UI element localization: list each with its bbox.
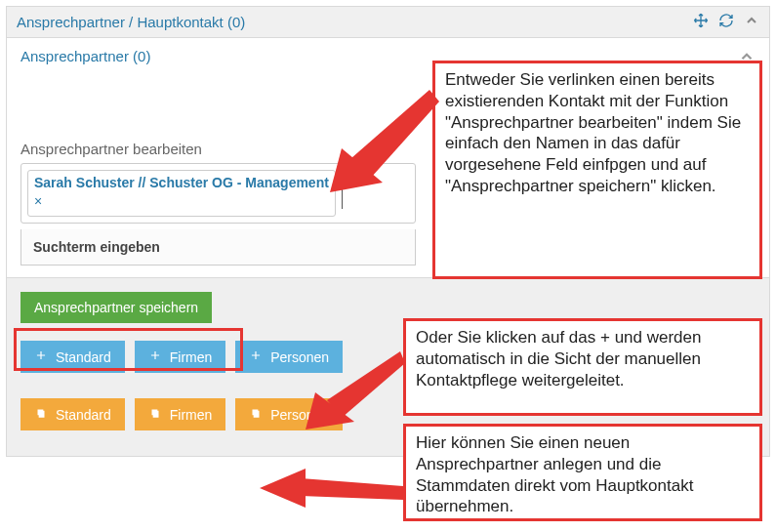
copy-icon [34,406,48,423]
annotation-box-1: Entweder Sie verlinken einen bereits exi… [432,61,762,279]
svg-marker-2 [327,351,405,418]
header-icons [693,13,759,31]
copy-firmen-button[interactable]: Firmen [135,398,226,430]
panel-header: Ansprechpartner / Hauptkontakt (0) [7,7,769,38]
refresh-icon[interactable] [718,13,734,31]
contact-tag[interactable]: Sarah Schuster // Schuster OG - Manageme… [27,170,336,217]
tag-remove-icon[interactable]: × [34,193,329,210]
arrow-1 [293,90,439,197]
plus-icon [148,348,162,365]
copy-icon [249,406,263,423]
copy-standard-label: Standard [56,407,111,423]
copy-firmen-label: Firmen [170,407,213,423]
annotation-box-2: Oder Sie klicken auf das + und werden au… [403,318,762,416]
annotation-text-2: Oder Sie klicken auf das + und werden au… [416,328,701,389]
add-firmen-button[interactable]: Firmen [135,341,226,373]
annotation-box-3: Hier können Sie einen neuen Ansprechpart… [403,424,762,521]
annotation-text-1: Entweder Sie verlinken einen bereits exi… [445,70,741,195]
sub-title[interactable]: Ansprechpartner (0) [20,48,150,64]
copy-icon [148,406,162,423]
add-standard-label: Standard [56,349,111,365]
svg-marker-4 [301,478,403,500]
chevron-up-icon[interactable] [744,13,759,31]
save-button[interactable]: Ansprechpartner speichern [20,292,212,323]
svg-marker-5 [260,469,306,508]
add-firmen-label: Firmen [170,349,213,365]
contact-tag-text: Sarah Schuster // Schuster OG - Manageme… [34,175,329,190]
svg-marker-0 [351,90,439,178]
panel-title: Ansprechpartner / Hauptkontakt (0) [17,14,245,30]
copy-standard-button[interactable]: Standard [20,398,125,430]
arrow-2 [268,351,410,430]
arrow-3 [252,467,408,520]
search-term-row[interactable]: Suchterm eingeben [20,229,416,266]
add-standard-button[interactable]: Standard [20,341,125,373]
plus-icon [34,348,48,365]
annotation-text-3: Hier können Sie einen neuen Ansprechpart… [416,433,693,515]
plus-icon [249,348,263,365]
move-icon[interactable] [693,13,709,31]
save-button-label: Ansprechpartner speichern [34,300,198,315]
